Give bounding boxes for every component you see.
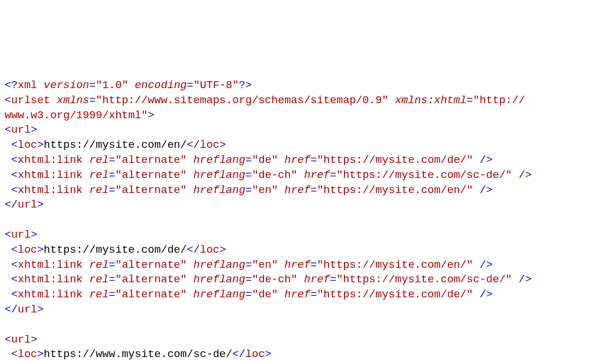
xhtml-link: <xhtml:link rel="alternate" hreflang="de…	[5, 288, 492, 301]
url-open: <url>	[5, 123, 37, 136]
loc-element: <loc>https://www.mysite.com/sc-de/</loc>	[5, 348, 271, 361]
url-close: </url>	[5, 198, 44, 211]
xhtml-link: <xhtml:link rel="alternate" hreflang="de…	[5, 169, 531, 181]
loc-element: <loc>https://mysite.com/en/</loc>	[5, 139, 226, 151]
xhtml-link: <xhtml:link rel="alternate" hreflang="de…	[5, 273, 531, 286]
xhtml-link: <xhtml:link rel="alternate" hreflang="en…	[5, 259, 492, 271]
url-open: <url>	[5, 228, 37, 241]
url-close: </url>	[5, 303, 44, 316]
xml-code-block: <?xml version="1.0" encoding="UTF-8"?> <…	[5, 63, 589, 364]
url-open: <url>	[5, 333, 37, 346]
loc-element: <loc>https://mysite.com/de/</loc>	[5, 243, 226, 256]
urlset-open-line1: <urlset xmlns="http://www.sitemaps.org/s…	[5, 94, 525, 107]
xhtml-link: <xhtml:link rel="alternate" hreflang="de…	[5, 154, 492, 166]
urlset-open-line2: www.w3.org/1999/xhtml">	[5, 109, 154, 122]
xhtml-link: <xhtml:link rel="alternate" hreflang="en…	[5, 184, 492, 196]
xml-declaration: <?xml version="1.0" encoding="UTF-8"?>	[5, 79, 252, 92]
